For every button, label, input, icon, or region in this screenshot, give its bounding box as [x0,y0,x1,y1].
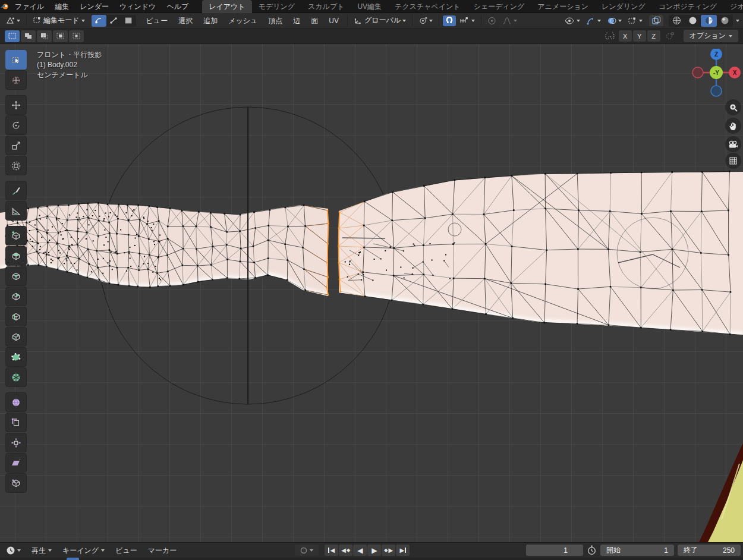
navigation-gizmo[interactable]: Z X -Y [690,49,742,101]
edge-select-button[interactable] [106,15,121,27]
tool-rotate-button[interactable] [5,115,27,135]
jump-to-end-button[interactable]: ▶ [396,545,410,556]
timeline-menu-playback[interactable]: 再生 [26,543,57,558]
menu-select[interactable]: 選択 [173,13,198,29]
snap-target-dropdown[interactable] [457,15,477,26]
menu-render[interactable]: レンダー [74,0,114,13]
camera-view-button[interactable] [725,136,741,152]
timeline-menu-view[interactable]: ビュー [110,543,143,558]
tool-cursor-button[interactable] [5,70,27,90]
mesh-edit-overlay-dropdown[interactable] [625,15,645,26]
tool-shrink-fatten-button[interactable] [5,433,27,452]
show-overlays-toggle[interactable] [605,15,624,26]
options-dropdown[interactable]: オプション [684,30,738,42]
tool-poly-build-button[interactable] [5,347,27,367]
select-mode-subtract-button[interactable] [37,30,52,42]
play-forward-button[interactable]: ▶ [367,545,381,556]
tool-transform-button[interactable] [5,156,27,175]
shading-rendered-button[interactable] [717,15,733,27]
pivot-point-dropdown[interactable] [416,15,435,26]
editor-type-dropdown[interactable] [4,15,23,26]
tool-bevel-button[interactable] [5,287,27,306]
select-mode-extend-button[interactable] [21,30,36,42]
workspace-tab-sculpting[interactable]: スカルプト [301,0,351,13]
workspace-tab-rendering[interactable]: レンダリング [595,0,652,13]
blender-logo-icon[interactable] [0,0,10,13]
vertex-select-button[interactable] [92,15,106,27]
shading-material-button[interactable] [701,15,717,27]
workspace-tab-layout[interactable]: レイアウト [202,0,251,13]
pan-button[interactable] [725,118,741,134]
workspace-tab-compositing[interactable]: コンポジティング [652,0,723,13]
tool-spin-button[interactable] [5,367,27,387]
show-gizmo-toggle[interactable] [584,15,603,26]
menu-uv[interactable]: UV [323,13,344,29]
snap-toggle-button[interactable] [443,15,456,26]
workspace-tab-geometry-nodes[interactable]: ジオメトリノード [723,0,743,13]
frame-start-field[interactable]: 開始 1 [600,545,674,556]
current-frame-field[interactable]: 1 [526,545,583,556]
mirror-axis-y-button[interactable]: Y [633,30,646,42]
zoom-button[interactable] [725,99,741,115]
timeline-editor-dropdown[interactable] [4,545,23,556]
show-object-types-dropdown[interactable] [562,15,583,26]
workspace-tab-shading[interactable]: シェーディング [467,0,531,13]
tool-loop-cut-button[interactable] [5,307,27,326]
prev-keyframe-button[interactable]: ◀◆ [339,545,352,556]
menu-mesh[interactable]: メッシュ [223,13,263,29]
shading-solid-button[interactable] [685,15,701,27]
3d-viewport[interactable]: フロント・平行投影 (1) Body.002 センチメートル Z X -Y [0,44,743,542]
menu-edit[interactable]: 編集 [49,0,74,13]
shading-dropdown-chevron[interactable] [736,20,739,24]
perspective-toggle-button[interactable] [725,153,741,169]
workspace-tab-texture-paint[interactable]: テクスチャペイント [388,0,467,13]
tool-inset-faces-button[interactable] [5,266,27,286]
mirror-axis-z-button[interactable]: Z [647,30,660,42]
mirror-axis-x-button[interactable]: X [619,30,632,42]
auto-keying-button[interactable] [295,545,319,556]
tool-add-cube-button[interactable] [5,226,27,246]
tool-shear-button[interactable] [5,453,27,473]
timeline-strip[interactable] [0,558,743,560]
tool-scale-button[interactable] [5,136,27,155]
select-mode-intersect-button[interactable] [69,30,84,42]
proportional-falloff-dropdown[interactable] [500,15,520,26]
tool-move-button[interactable] [5,95,27,115]
face-select-button[interactable] [121,15,136,27]
frame-end-field[interactable]: 終了 250 [678,545,741,556]
tool-select-box-button[interactable] [5,50,27,70]
snap-base-icon[interactable] [665,32,675,40]
workspace-tab-animation[interactable]: アニメーション [531,0,595,13]
mode-dropdown[interactable]: 編集モード [30,14,87,27]
menu-edge[interactable]: 辺 [288,13,306,29]
proportional-editing-button[interactable] [485,15,499,26]
play-reverse-button[interactable]: ◀ [353,545,367,556]
workspace-tab-uv-editing[interactable]: UV編集 [351,0,388,13]
menu-help[interactable]: ヘルプ [161,0,194,13]
workspace-tab-modeling[interactable]: モデリング [252,0,301,13]
tool-rip-region-button[interactable] [5,473,27,493]
tool-annotate-button[interactable] [5,181,27,200]
menu-view[interactable]: ビュー [141,13,174,29]
tool-edge-slide-button[interactable] [5,413,27,432]
gizmo-minus-z-ball[interactable] [711,86,722,96]
menu-face[interactable]: 面 [306,13,323,29]
xray-toggle-button[interactable] [649,15,663,26]
timeline-menu-keying[interactable]: キーイング [57,543,110,558]
menu-window[interactable]: ウィンドウ [114,0,161,13]
menu-vertex[interactable]: 頂点 [263,13,288,29]
jump-to-start-button[interactable]: ◀ [325,545,338,556]
next-keyframe-button[interactable]: ◆▶ [382,545,395,556]
menu-add[interactable]: 追加 [198,13,223,29]
timeline-menu-marker[interactable]: マーカー [143,543,182,558]
tool-smooth-button[interactable] [5,392,27,412]
tool-knife-button[interactable] [5,327,27,347]
tool-measure-button[interactable] [5,201,27,221]
transform-orientation-dropdown[interactable]: グローバル [351,14,408,27]
shading-wireframe-button[interactable] [669,15,685,27]
playhead-marker[interactable] [67,558,79,560]
select-mode-invert-button[interactable] [53,30,68,42]
select-mode-set-button[interactable] [5,30,20,42]
menu-file[interactable]: ファイル [10,0,49,13]
tool-extrude-region-button[interactable] [5,246,27,266]
